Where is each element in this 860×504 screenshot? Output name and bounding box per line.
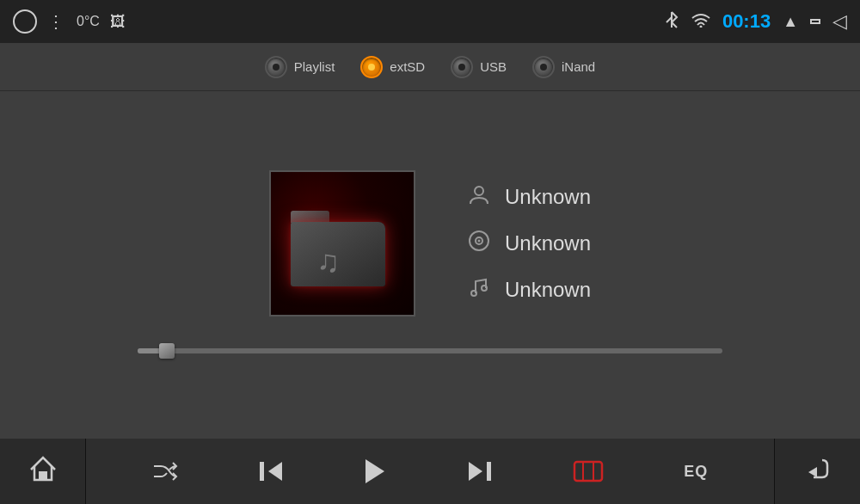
svg-point-4: [477, 240, 480, 243]
track-info: Unknown Unknown: [467, 183, 591, 304]
artist-row: Unknown: [467, 183, 591, 211]
svg-marker-16: [808, 467, 817, 477]
player-content: ♫ Unknown: [269, 170, 591, 317]
image-icon: 🖼: [110, 13, 126, 31]
artist-icon: [467, 183, 491, 211]
eq-button[interactable]: EQ: [684, 463, 708, 481]
play-button[interactable]: [364, 458, 386, 484]
music-note-icon: [467, 276, 491, 304]
album-art-inner: ♫: [271, 172, 414, 315]
main-content: Playlist extSD USB iNand: [0, 43, 860, 439]
status-bar: ⋮ 0°C 🖼 00:13 ▲ ◁: [0, 0, 860, 43]
progress-container[interactable]: [138, 342, 722, 360]
folder-music-icon: ♫: [291, 200, 394, 286]
album-art: ♫: [269, 170, 415, 317]
bottom-controls: EQ: [0, 439, 860, 504]
menu-dots-icon: ⋮: [47, 11, 66, 32]
svg-rect-7: [39, 471, 47, 480]
svg-point-5: [471, 291, 476, 296]
album-value: Unknown: [505, 231, 591, 255]
folder-back: ♫: [291, 222, 385, 286]
next-button[interactable]: [467, 460, 493, 482]
tab-usb[interactable]: USB: [451, 56, 507, 78]
tab-radio-dot-extsd: [368, 64, 375, 71]
svg-point-6: [482, 286, 487, 291]
tab-label-extsd: extSD: [390, 59, 425, 74]
wifi-icon: [691, 12, 710, 32]
music-note-icon: ♫: [316, 243, 340, 280]
tab-extsd[interactable]: extSD: [360, 56, 425, 78]
artist-value: Unknown: [505, 185, 591, 209]
svg-rect-9: [260, 462, 264, 481]
title-value: Unknown: [505, 278, 591, 302]
tab-radio-usb: [451, 56, 473, 78]
home-icon: [29, 456, 57, 488]
back-nav-icon: ◁: [832, 10, 847, 33]
back-icon: [805, 457, 831, 487]
progress-track[interactable]: [138, 348, 722, 353]
tab-radio-dot-inand: [540, 64, 547, 71]
bluetooth-icon: [664, 10, 679, 34]
shuffle-button[interactable]: [152, 461, 178, 482]
svg-marker-11: [469, 462, 482, 481]
tab-playlist[interactable]: Playlist: [265, 56, 335, 78]
previous-button[interactable]: [258, 460, 284, 482]
album-icon: [467, 230, 491, 257]
svg-point-1: [475, 187, 483, 195]
status-right: 00:13 ▲ ◁: [664, 10, 847, 34]
title-row: Unknown: [467, 276, 591, 304]
tab-label-playlist: Playlist: [294, 59, 335, 74]
folder-tab: [291, 211, 329, 223]
svg-point-0: [699, 25, 702, 28]
svg-marker-10: [366, 459, 384, 483]
back-button[interactable]: [774, 439, 860, 504]
tab-radio-dot-playlist: [273, 64, 280, 71]
tab-inand[interactable]: iNand: [532, 56, 595, 78]
svg-marker-8: [268, 462, 282, 481]
tab-radio-extsd: [360, 56, 383, 78]
source-tabs: Playlist extSD USB iNand: [0, 43, 860, 91]
playback-controls: EQ: [86, 439, 774, 504]
repeat-button[interactable]: [573, 458, 604, 484]
eject-icon: ▲: [783, 13, 798, 31]
tab-label-inand: iNand: [562, 59, 595, 74]
album-row: Unknown: [467, 230, 591, 257]
tab-radio-dot-usb: [458, 64, 465, 71]
tab-radio-playlist: [265, 56, 287, 78]
tab-radio-inand: [532, 56, 555, 78]
tab-label-usb: USB: [480, 59, 507, 74]
progress-thumb[interactable]: [159, 343, 175, 359]
svg-rect-13: [574, 462, 602, 481]
svg-rect-12: [487, 462, 491, 481]
temperature-display: 0°C: [77, 14, 100, 29]
eq-label: EQ: [684, 463, 708, 481]
clock-display: 00:13: [722, 10, 771, 33]
status-left: ⋮ 0°C 🖼: [13, 9, 126, 34]
home-button[interactable]: [0, 439, 86, 504]
window-icon: [810, 19, 820, 24]
circle-indicator: [13, 9, 37, 34]
player-area: ♫ Unknown: [0, 91, 860, 439]
